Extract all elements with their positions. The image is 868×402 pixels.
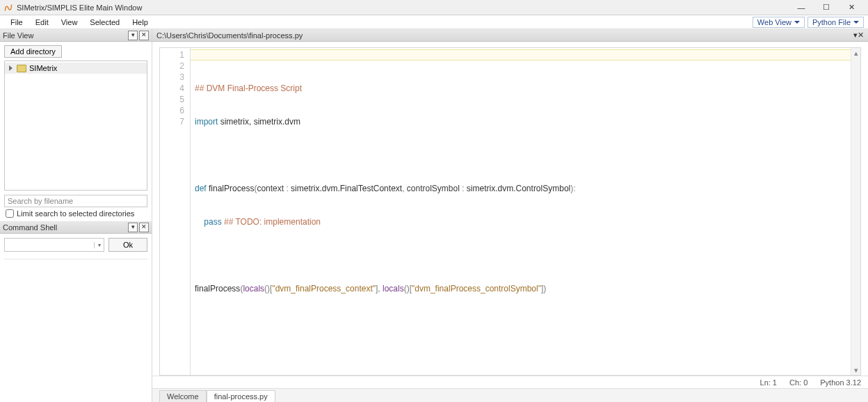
- pythonfile-dropdown[interactable]: Python File: [807, 17, 864, 28]
- folder-icon: [17, 65, 26, 72]
- chevron-down-icon: [794, 21, 800, 24]
- status-line: Ln: 1: [760, 378, 777, 387]
- code-editor[interactable]: 1 2 3 4 5 6 7 ## DVM Final-Process Scrip…: [159, 47, 861, 376]
- status-col: Ch: 0: [789, 378, 807, 387]
- code-area[interactable]: ## DVM Final-Process Script import simet…: [191, 48, 851, 375]
- tab-welcome[interactable]: Welcome: [159, 390, 207, 402]
- limit-search-box[interactable]: [6, 209, 14, 218]
- chevron-down-icon: ▾: [98, 242, 101, 248]
- chevron-right-icon: [9, 65, 13, 71]
- editor-header: C:\Users\Chris\Documents\final-process.p…: [152, 29, 868, 42]
- cmdshell-title: Command Shell: [3, 223, 127, 232]
- tree-item-simetrix[interactable]: SIMetrix: [5, 63, 147, 74]
- fileview-title: File View: [3, 31, 127, 40]
- editor-path: C:\Users\Chris\Documents\final-process.p…: [156, 31, 853, 40]
- app-logo-icon: [4, 3, 13, 12]
- menu-selected[interactable]: Selected: [83, 17, 126, 28]
- menu-edit[interactable]: Edit: [29, 17, 55, 28]
- chevron-down-icon: [853, 21, 859, 24]
- search-input[interactable]: Search by filename: [4, 195, 147, 207]
- command-input[interactable]: ▾: [4, 238, 104, 252]
- tree-item-label: SIMetrix: [29, 64, 57, 72]
- menu-view[interactable]: View: [55, 17, 84, 28]
- cmdshell-close-button[interactable]: ✕: [139, 223, 149, 232]
- command-dropdown-button[interactable]: ▾: [94, 242, 104, 248]
- directory-tree[interactable]: SIMetrix: [4, 61, 147, 191]
- cmdshell-menu-button[interactable]: ▾: [128, 223, 138, 232]
- maximize-button[interactable]: ☐: [814, 3, 839, 12]
- menu-bar: File Edit View Selected Help Web View Py…: [0, 15, 868, 29]
- tab-file[interactable]: final-process.py: [207, 390, 275, 402]
- cmdshell-header: Command Shell ▾ ✕: [0, 221, 152, 234]
- fileview-close-button[interactable]: ✕: [139, 31, 149, 40]
- close-button[interactable]: ✕: [839, 3, 864, 12]
- menu-file[interactable]: File: [4, 17, 29, 28]
- webview-dropdown[interactable]: Web View: [753, 17, 805, 28]
- current-line-highlight: [191, 49, 851, 61]
- limit-search-label: Limit search to selected directories: [17, 209, 134, 218]
- editor-scrollbar[interactable]: ▴ ▾: [851, 48, 860, 375]
- menu-help[interactable]: Help: [126, 17, 154, 28]
- scroll-down-icon[interactable]: ▾: [853, 367, 860, 373]
- window-title: SIMetrix/SIMPLIS Elite Main Window: [17, 3, 789, 12]
- webview-label: Web View: [757, 18, 791, 26]
- title-bar: SIMetrix/SIMPLIS Elite Main Window — ☐ ✕: [0, 0, 868, 15]
- line-gutter: 1 2 3 4 5 6 7: [160, 48, 191, 375]
- pythonfile-label: Python File: [812, 18, 851, 26]
- command-output: [4, 259, 147, 398]
- minimize-button[interactable]: —: [789, 3, 814, 12]
- editor-close-button[interactable]: ✕: [858, 31, 864, 40]
- editor-tabs: Welcome final-process.py: [152, 388, 868, 402]
- limit-search-checkbox[interactable]: Limit search to selected directories: [4, 209, 147, 218]
- fileview-header: File View ▾ ✕: [0, 29, 152, 42]
- add-directory-button[interactable]: Add directory: [4, 45, 62, 58]
- fileview-menu-button[interactable]: ▾: [128, 31, 138, 40]
- ok-button[interactable]: Ok: [108, 238, 147, 252]
- status-python: Python 3.12: [820, 378, 861, 387]
- search-placeholder: Search by filename: [8, 197, 73, 205]
- status-bar: Ln: 1 Ch: 0 Python 3.12: [152, 376, 868, 388]
- scroll-up-icon[interactable]: ▴: [853, 49, 860, 56]
